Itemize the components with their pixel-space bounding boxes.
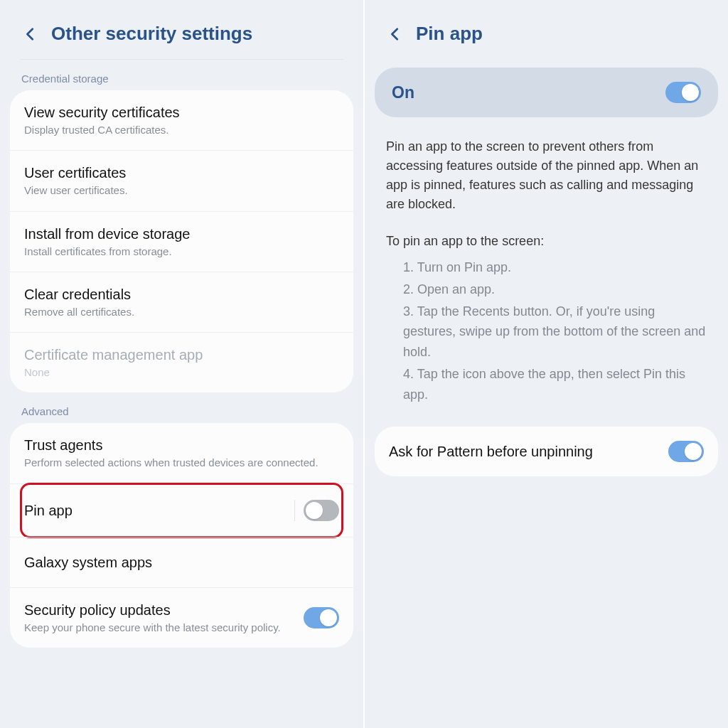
pin-app-master-toggle[interactable]: [665, 82, 701, 103]
step-1: 1. Turn on Pin app.: [403, 257, 707, 278]
row-view-security-certificates[interactable]: View security certificates Display trust…: [10, 90, 353, 150]
row-user-certificates[interactable]: User certificates View user certificates…: [10, 150, 353, 210]
ask-pattern-card: Ask for Pattern before unpinning: [375, 427, 718, 476]
row-clear-credentials[interactable]: Clear credentials Remove all certificate…: [10, 272, 353, 332]
ask-pattern-toggle[interactable]: [668, 441, 704, 462]
row-title: Clear credentials: [24, 285, 339, 304]
right-pane: Pin app On Pin an app to the screen to p…: [365, 0, 728, 728]
row-title: View security certificates: [24, 103, 339, 122]
right-header: Pin app: [365, 0, 728, 52]
row-title: Ask for Pattern before unpinning: [389, 442, 661, 461]
step-4: 4. Tap the icon above the app, then sele…: [403, 364, 707, 405]
left-header: Other security settings: [0, 0, 363, 52]
credential-storage-card: View security certificates Display trust…: [10, 90, 353, 392]
row-galaxy-system-apps[interactable]: Galaxy system apps: [10, 537, 353, 587]
section-label-advanced: Advanced: [0, 392, 363, 423]
pin-app-info: Pin an app to the screen to prevent othe…: [365, 117, 728, 414]
pin-app-description: Pin an app to the screen to prevent othe…: [386, 137, 707, 214]
security-policy-toggle[interactable]: [304, 607, 339, 628]
row-title: Trust agents: [24, 436, 339, 454]
row-security-policy-updates[interactable]: Security policy updates Keep your phone …: [10, 587, 353, 648]
pin-app-toggle[interactable]: [304, 500, 339, 521]
row-sub: Display trusted CA certificates.: [24, 123, 339, 137]
advanced-card: Trust agents Perform selected actions wh…: [10, 423, 353, 648]
back-icon[interactable]: [20, 23, 41, 45]
row-ask-pattern[interactable]: Ask for Pattern before unpinning: [375, 428, 718, 475]
pin-app-state-label: On: [392, 83, 414, 102]
row-sub: Perform selected actions when trusted de…: [24, 456, 339, 470]
step-3: 3. Tap the Recents button. Or, if you're…: [403, 301, 707, 363]
row-sub: None: [24, 365, 339, 380]
left-pane: Other security settings Credential stora…: [0, 0, 363, 728]
pin-app-steps: 1. Turn on Pin app. 2. Open an app. 3. T…: [386, 257, 707, 405]
row-title: Pin app: [24, 501, 287, 520]
row-title: User certificates: [24, 164, 339, 182]
pin-app-steps-lead: To pin an app to the screen:: [386, 234, 707, 249]
row-pin-app[interactable]: Pin app: [10, 483, 353, 537]
page-title: Pin app: [416, 23, 483, 45]
row-title: Security policy updates: [24, 601, 296, 619]
section-label-credential-storage: Credential storage: [0, 60, 363, 90]
row-install-from-device-storage[interactable]: Install from device storage Install cert…: [10, 211, 353, 272]
back-icon[interactable]: [385, 23, 406, 45]
row-sub: Keep your phone secure with the latest s…: [24, 621, 296, 635]
row-sub: Install certificates from storage.: [24, 245, 339, 259]
pin-app-master-toggle-row[interactable]: On: [375, 68, 718, 117]
row-title: Install from device storage: [24, 225, 339, 243]
row-trust-agents[interactable]: Trust agents Perform selected actions wh…: [10, 423, 353, 483]
row-certificate-management-app[interactable]: Certificate management app None: [10, 332, 353, 392]
row-sub: View user certificates.: [24, 183, 339, 198]
page-title: Other security settings: [51, 23, 252, 45]
step-2: 2. Open an app.: [403, 279, 707, 300]
row-sub: Remove all certificates.: [24, 305, 339, 319]
toggle-separator: [294, 500, 295, 521]
row-title: Galaxy system apps: [24, 553, 339, 572]
row-title: Certificate management app: [24, 346, 339, 364]
